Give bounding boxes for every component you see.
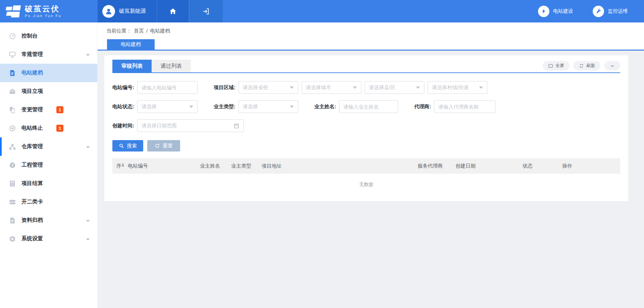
agent-label: 代理商: xyxy=(414,104,431,110)
search-icon xyxy=(119,143,124,148)
county-select-value: 请选择县/区 xyxy=(369,84,395,91)
sidebar-item-project-settlement[interactable]: 项目结算 xyxy=(0,174,97,193)
sidebar-item-engineering-management[interactable]: 工程管理 xyxy=(0,156,97,174)
create-time-label: 创建时间: xyxy=(112,123,134,129)
monitor-icon xyxy=(9,51,16,58)
chevron-down-icon xyxy=(86,218,90,223)
user-avatar[interactable] xyxy=(102,5,115,18)
col-service-agent: 服务代理商 xyxy=(414,158,451,174)
sidebar: 控制台 常规管理 电站建档 项目立项 变更管理 1 电站终止 1 xyxy=(0,22,98,308)
document-icon xyxy=(9,69,16,77)
page-tab-station-filing[interactable]: 电站建档 xyxy=(107,39,155,50)
village-select[interactable]: 请选择村镇/街道 xyxy=(428,81,487,94)
sidebar-item-change-management[interactable]: 变更管理 1 xyxy=(0,101,97,119)
owner-type-select[interactable]: 请选择 xyxy=(238,100,298,113)
search-button[interactable]: 搜索 xyxy=(112,140,143,151)
date-range-value: 请选择日期范围 xyxy=(142,123,177,129)
owner-name-input[interactable] xyxy=(339,100,398,113)
province-select[interactable]: 请选择省份 xyxy=(238,81,298,94)
station-status-select[interactable]: 请选择 xyxy=(137,100,198,113)
calculator-icon xyxy=(9,180,16,187)
table-header-row: 序号 电站编号 业主姓名 业主类型 项目地址 服务代理商 创建日期 状态 操作 xyxy=(112,158,620,174)
station-status-value: 请选择 xyxy=(142,104,157,110)
logout-button[interactable] xyxy=(189,0,223,22)
city-select[interactable]: 请选择城市 xyxy=(302,81,361,94)
tab-review-list[interactable]: 审核列表 xyxy=(112,60,152,72)
list-tabs: 审核列表 通过列表 xyxy=(112,60,191,72)
breadcrumb-separator: / xyxy=(146,28,148,34)
refresh-icon xyxy=(579,63,584,68)
brand-subtitle: Po Jian Yun Fu xyxy=(25,14,61,18)
wrench-icon xyxy=(593,6,604,17)
field-owner-type: 业主类型: 请选择 xyxy=(214,100,298,113)
station-no-input[interactable] xyxy=(137,81,198,94)
company-name: 破茧新能源 xyxy=(119,8,146,15)
reset-icon xyxy=(155,143,160,148)
village-select-value: 请选择村镇/街道 xyxy=(432,84,469,91)
notification-badge: 1 xyxy=(56,125,63,132)
sidebar-item-project-initiation[interactable]: 项目立项 xyxy=(0,82,97,101)
refresh-button[interactable]: 刷新 xyxy=(574,61,600,70)
filter-actions: 搜索 重置 xyxy=(112,140,620,151)
notification-badge: 1 xyxy=(56,106,63,113)
sidebar-item-console[interactable]: 控制台 xyxy=(0,27,97,45)
tab-passed-list[interactable]: 通过列表 xyxy=(152,60,191,72)
caret-down-icon xyxy=(416,86,420,89)
brand-logo-icon xyxy=(6,5,21,18)
briefcase-icon xyxy=(9,88,16,95)
col-seq: 序号 xyxy=(112,158,124,174)
sidebar-item-station-termination[interactable]: 电站终止 1 xyxy=(0,119,97,137)
col-station-no: 电站编号 xyxy=(124,158,196,174)
sidebar-item-warehouse-management[interactable]: 仓库管理 xyxy=(0,137,97,156)
station-filing-panel: 审核列表 通过列表 全屏 刷新 xyxy=(104,55,628,201)
owner-type-value: 请选择 xyxy=(243,104,258,110)
col-status: 状态 xyxy=(519,158,558,174)
brand-logo: 破茧云伏 Po Jian Yun Fu xyxy=(0,0,98,22)
panel-header: 审核列表 通过列表 全屏 刷新 xyxy=(112,60,620,73)
user-section[interactable]: 破茧新能源 xyxy=(98,0,157,22)
fullscreen-label: 全屏 xyxy=(555,63,564,69)
home-button[interactable] xyxy=(157,0,189,22)
brand-name: 破茧云伏 xyxy=(25,5,61,13)
breadcrumb-home-link[interactable]: 首页 xyxy=(134,28,144,34)
filter-row-1: 电站编号: 项目区域: 请选择省份 请选择城市 xyxy=(112,81,620,94)
breadcrumb-current: 电站建档 xyxy=(150,28,170,34)
field-create-time: 创建时间: 请选择日期范围 xyxy=(112,119,244,132)
header-right-nav: 电站建设 监控运维 xyxy=(223,0,644,22)
sidebar-item-label: 控制台 xyxy=(21,33,38,40)
chevron-down-icon xyxy=(86,237,90,241)
province-select-value: 请选择省份 xyxy=(243,84,268,91)
empty-row: 无数据 xyxy=(112,174,620,188)
city-select-value: 请选择城市 xyxy=(306,84,331,91)
owner-type-label: 业主类型: xyxy=(214,104,235,110)
sidebar-item-label: 仓库管理 xyxy=(21,143,43,150)
sidebar-item-data-archive[interactable]: 资料归档 xyxy=(0,211,97,230)
breadcrumb-prefix: 当前位置： xyxy=(106,28,131,34)
caret-down-icon xyxy=(479,86,483,89)
page-tab-strip: 电站建档 xyxy=(98,39,644,51)
agent-input[interactable] xyxy=(434,100,495,113)
county-select[interactable]: 请选择县/区 xyxy=(365,81,424,94)
col-owner-name: 业主姓名 xyxy=(196,158,227,174)
top-header: 破茧云伏 Po Jian Yun Fu 破茧新能源 电站建设 xyxy=(0,0,644,22)
content-area: 审核列表 通过列表 全屏 刷新 xyxy=(98,51,644,201)
nav-monitoring-ops[interactable]: 监控运维 xyxy=(593,6,628,17)
collapse-toggle-button[interactable] xyxy=(604,61,620,70)
chevron-down-icon xyxy=(86,144,90,149)
sidebar-item-general-management[interactable]: 常规管理 xyxy=(0,45,97,64)
panel-toolbar: 全屏 刷新 xyxy=(539,61,620,72)
reset-button[interactable]: 重置 xyxy=(147,140,180,151)
sidebar-item-station-filing[interactable]: 电站建档 xyxy=(0,64,97,82)
col-owner-type: 业主类型 xyxy=(227,158,258,174)
fullscreen-icon xyxy=(548,63,553,68)
project-region-label: 项目区域: xyxy=(214,84,235,91)
sidebar-item-label: 资料归档 xyxy=(21,217,43,224)
date-range-picker[interactable]: 请选择日期范围 xyxy=(137,119,244,132)
sidebar-item-open-class2-card[interactable]: 开二类卡 xyxy=(0,193,97,211)
caret-down-icon xyxy=(290,106,294,108)
sidebar-item-label: 系统设置 xyxy=(21,235,43,242)
fullscreen-button[interactable]: 全屏 xyxy=(543,61,570,70)
nav-station-construction[interactable]: 电站建设 xyxy=(538,6,573,17)
sidebar-item-system-settings[interactable]: 系统设置 xyxy=(0,230,97,248)
chevron-down-icon xyxy=(610,63,615,68)
